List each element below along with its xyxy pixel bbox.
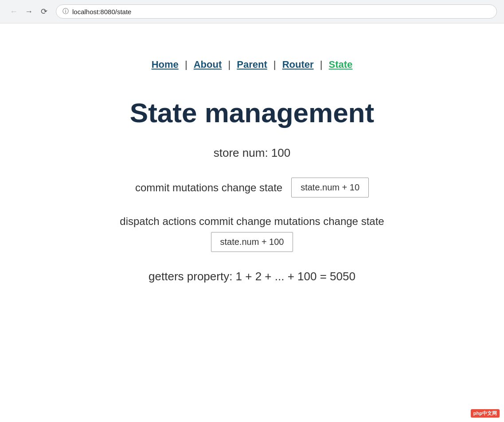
dispatch-button[interactable]: state.num + 100 — [211, 232, 293, 252]
page-title: State management — [9, 97, 495, 128]
forward-button[interactable]: → — [22, 5, 35, 18]
store-num-display: store num: 100 — [9, 146, 495, 160]
separator-2: | — [228, 59, 231, 70]
nav-link-router[interactable]: Router — [282, 59, 314, 70]
browser-chrome: ← → ⟳ ⓘ localhost:8080/state — [0, 0, 504, 23]
mutations-row: commit mutations change state state.num … — [9, 178, 495, 197]
nav-link-parent[interactable]: Parent — [237, 59, 267, 70]
separator-1: | — [185, 59, 188, 70]
address-bar[interactable]: ⓘ localhost:8080/state — [56, 4, 497, 19]
nav-link-state[interactable]: State — [329, 59, 353, 70]
reload-button[interactable]: ⟳ — [37, 5, 51, 18]
nav-link-about[interactable]: About — [194, 59, 222, 70]
url-display: localhost:8080/state — [72, 8, 131, 15]
mutations-label: commit mutations change state — [135, 182, 282, 194]
mutations-button[interactable]: state.num + 10 — [291, 178, 369, 197]
separator-3: | — [273, 59, 276, 70]
page-content: Home | About | Parent | Router | State S… — [0, 23, 504, 319]
dispatch-label: dispatch actions commit change mutations… — [120, 215, 384, 228]
getters-display: getters property: 1 + 2 + ... + 100 = 50… — [9, 270, 495, 283]
back-button[interactable]: ← — [7, 5, 20, 18]
nav-link-home[interactable]: Home — [152, 59, 179, 70]
php-watermark: php中文网 — [471, 409, 500, 418]
browser-nav: ← → ⟳ — [7, 5, 51, 18]
nav-links: Home | About | Parent | Router | State — [9, 59, 495, 70]
dispatch-row: dispatch actions commit change mutations… — [9, 215, 495, 252]
separator-4: | — [320, 59, 323, 70]
info-icon: ⓘ — [63, 8, 69, 15]
